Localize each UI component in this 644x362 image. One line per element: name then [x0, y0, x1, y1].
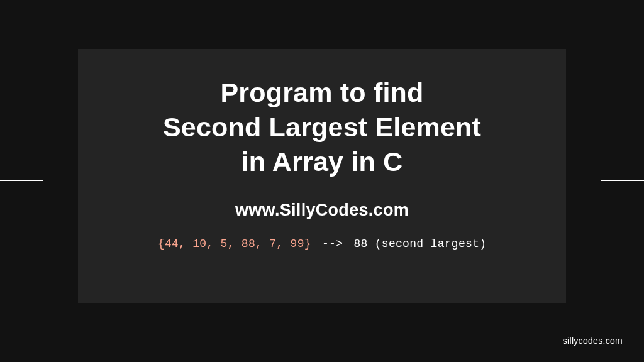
decorative-line-right: [601, 180, 644, 181]
content-card: Program to find Second Largest Element i…: [78, 49, 566, 303]
decorative-line-left: [0, 180, 43, 181]
title-line-3: in Array in C: [163, 145, 481, 179]
title-line-1: Program to find: [163, 75, 481, 110]
title-line-2: Second Largest Element: [163, 110, 481, 145]
website-url: www.SillyCodes.com: [235, 200, 409, 220]
code-arrow: -->: [315, 238, 350, 250]
main-title: Program to find Second Largest Element i…: [163, 75, 481, 179]
code-array-literal: {44, 10, 5, 88, 7, 99}: [158, 238, 311, 250]
code-example: {44, 10, 5, 88, 7, 99} --> 88 (second_la…: [158, 238, 487, 250]
footer-brand: sillycodes.com: [563, 336, 623, 346]
code-result: 88 (second_largest): [353, 238, 486, 250]
